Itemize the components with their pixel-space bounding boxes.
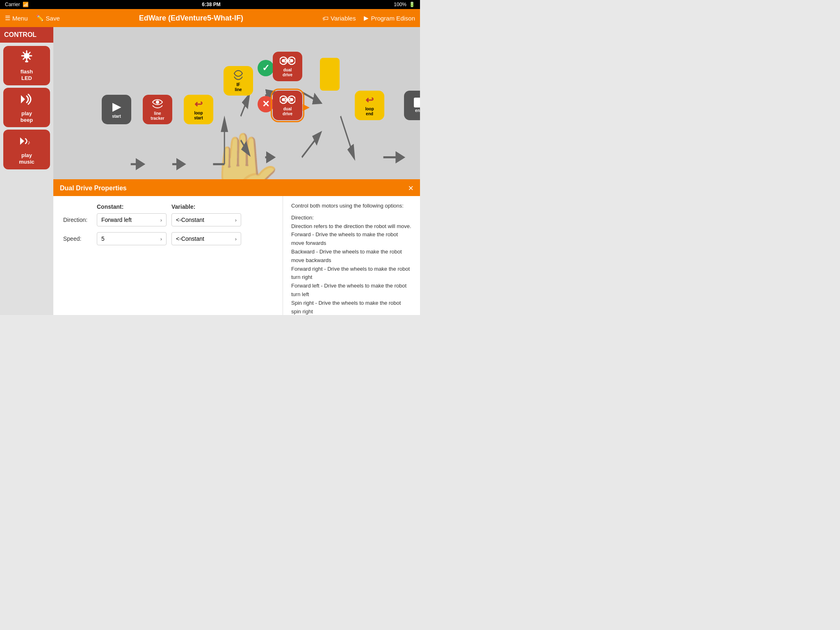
svg-line-6 [29, 58, 30, 59]
play-beep-icon [19, 92, 34, 109]
end-label: end [415, 108, 420, 113]
save-button[interactable]: ✏️ Save [36, 14, 60, 22]
time-label: 6:38 PM [202, 2, 220, 7]
node-if-line[interactable]: IFline [224, 66, 253, 96]
svg-point-29 [290, 59, 293, 62]
dual-drive-bottom-label: dualdrive [283, 107, 292, 116]
bottom-panel: Dual Drive Properties × Constant: Variab… [53, 179, 420, 315]
loop-end-icon: ↩ [365, 94, 374, 106]
program-button[interactable]: ▶ Program Edison [364, 14, 415, 22]
bottom-panel-header: Dual Drive Properties × [53, 180, 420, 196]
carrier-label: Carrier [5, 2, 20, 7]
node-line-tracker[interactable]: linetracker [143, 95, 172, 124]
sidebar: CONTROL fl [0, 27, 53, 315]
direction-label: Direction: [63, 217, 92, 223]
flash-led-label: flashLED [21, 68, 33, 81]
node-cross: ✕ [258, 96, 274, 112]
battery-icon: 🔋 [409, 2, 415, 7]
sidebar-item-flash-led[interactable]: flashLED [3, 46, 50, 85]
node-loop-end[interactable]: ↩ loopend [355, 91, 384, 120]
toolbar: ☰ Menu ✏️ Save EdWare (EdVenture5-What-I… [0, 9, 420, 27]
menu-button[interactable]: ☰ Menu [5, 14, 28, 22]
start-icon: ▶ [112, 100, 121, 113]
dual-drive-top-label: dualdrive [283, 68, 292, 78]
svg-line-8 [23, 58, 25, 59]
svg-marker-10 [21, 95, 25, 103]
loop-start-label: loopstart [194, 111, 203, 121]
svg-marker-11 [20, 137, 24, 145]
description-line-5: Forward right - Drive the wheels to make… [291, 265, 412, 282]
description-title: Control both motors using the following … [291, 202, 412, 210]
direction-variable-field[interactable]: <-Constant › [171, 213, 241, 226]
description-line-6: Forward left - Drive the wheels to make … [291, 282, 412, 299]
tag-icon: 🏷 [322, 15, 329, 22]
loop-start-icon: ↩ [194, 98, 203, 110]
constant-header: Constant: [97, 203, 167, 210]
speed-row: Speed: 5 › <-Constant › [63, 232, 273, 245]
svg-rect-9 [25, 61, 28, 62]
svg-point-27 [282, 59, 285, 62]
wifi-icon: 📶 [23, 2, 29, 7]
description-line-0: Direction: [291, 214, 412, 222]
variables-button[interactable]: 🏷 Variables [322, 15, 356, 22]
svg-point-33 [290, 98, 293, 101]
description-line-2: Direction refers to the direction the ro… [291, 222, 412, 231]
svg-point-0 [24, 53, 29, 58]
pencil-icon: ✏️ [36, 14, 44, 22]
if-line-icon [233, 69, 244, 82]
line-tracker-label: linetracker [151, 111, 164, 121]
panel-right: Control both motors using the following … [283, 196, 420, 315]
node-end[interactable]: end [404, 91, 420, 120]
sidebar-item-play-music[interactable]: ♪ playmusic [3, 130, 50, 169]
speed-constant-arrow: › [160, 236, 162, 242]
play-music-icon: ♪ [19, 134, 34, 151]
speed-variable-arrow: › [235, 236, 237, 242]
svg-text:♪: ♪ [27, 139, 30, 146]
cross-icon: ✕ [262, 99, 269, 110]
svg-point-31 [282, 98, 285, 101]
play-beep-label: playbeep [21, 110, 33, 123]
sidebar-item-play-beep[interactable]: playbeep [3, 88, 50, 127]
direction-variable-arrow: › [235, 217, 237, 223]
app-title: EdWare (EdVenture5-What-IF) [139, 14, 243, 22]
node-dual-drive-bottom[interactable]: dualdrive [273, 91, 302, 120]
menu-icon: ☰ [5, 14, 10, 22]
loop-end-label: loopend [365, 107, 374, 116]
play-icon: ▶ [364, 14, 369, 22]
variable-header: Variable: [171, 203, 241, 210]
node-merge [320, 58, 340, 91]
status-bar: Carrier 📶 6:38 PM 100% 🔋 [0, 0, 420, 9]
dual-drive-bottom-icon [280, 94, 295, 106]
canvas-area: ✋ [53, 27, 420, 315]
battery-label: 100% [394, 2, 406, 7]
sidebar-header: CONTROL [0, 27, 53, 43]
direction-constant-arrow: › [160, 217, 162, 223]
close-panel-button[interactable]: × [408, 184, 413, 193]
speed-constant-field[interactable]: 5 › [97, 232, 167, 245]
line-tracker-icon [151, 98, 164, 110]
node-loop-start[interactable]: ↩ loopstart [184, 95, 213, 124]
orange-arrow: ▶ [303, 102, 310, 112]
flash-led-icon [19, 50, 34, 67]
description-line-3: Forward - Drive the wheels to make the r… [291, 231, 412, 248]
sidebar-items: flashLED playbeep ♪ [0, 43, 53, 173]
panel-left: Constant: Variable: Direction: Forward l… [53, 196, 283, 315]
speed-label: Speed: [63, 235, 92, 242]
svg-line-7 [29, 52, 30, 54]
description-line-4: Backward - Drive the wheels to make the … [291, 248, 412, 265]
main-area: CONTROL fl [0, 27, 420, 315]
speed-variable-field[interactable]: <-Constant › [171, 232, 241, 245]
node-check: ✓ [258, 60, 274, 76]
start-label: start [112, 114, 121, 119]
direction-row: Direction: Forward left › <-Constant › [63, 213, 273, 226]
svg-point-25 [156, 100, 159, 104]
check-icon: ✓ [262, 63, 269, 73]
bottom-panel-title: Dual Drive Properties [60, 185, 127, 192]
direction-constant-field[interactable]: Forward left › [97, 213, 167, 226]
node-dual-drive-top[interactable]: dualdrive [273, 52, 302, 81]
node-start[interactable]: ▶ start [102, 95, 131, 124]
dual-drive-top-icon [280, 55, 295, 67]
column-headers: Constant: Variable: [97, 203, 273, 210]
play-music-label: playmusic [19, 152, 34, 165]
bottom-panel-body: Constant: Variable: Direction: Forward l… [53, 196, 420, 315]
